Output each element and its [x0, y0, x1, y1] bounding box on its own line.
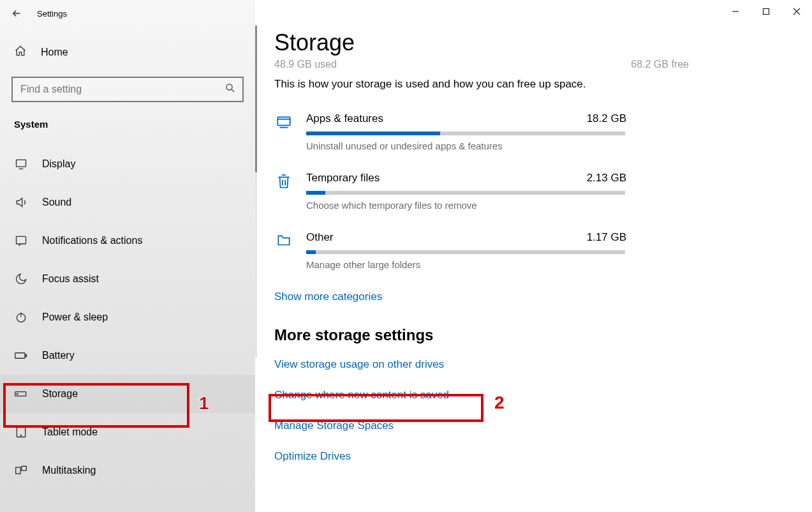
category-temp-files[interactable]: Temporary files 2.13 GB Choose which tem… — [274, 172, 626, 211]
search-wrap — [11, 77, 244, 102]
minimize-button[interactable] — [720, 0, 751, 23]
nav-item-multitasking[interactable]: Multitasking — [0, 451, 255, 490]
page-title: Storage — [274, 29, 812, 56]
search-input[interactable] — [11, 77, 244, 102]
category-apps-features[interactable]: Apps & features 18.2 GB Uninstall unused… — [274, 112, 626, 151]
sidebar: Settings Home System Display — [0, 0, 255, 512]
tablet-icon — [14, 426, 28, 439]
svg-rect-13 — [277, 117, 290, 125]
category-sub: Choose which temporary files to remove — [306, 200, 626, 211]
section-label: System — [0, 102, 255, 136]
usage-used: 48.9 GB used — [274, 59, 337, 70]
usage-bar — [306, 191, 625, 195]
maximize-button[interactable] — [751, 0, 781, 23]
multitasking-icon — [14, 464, 28, 477]
link-change-save-location[interactable]: Change where new content is saved — [274, 389, 449, 402]
category-sub: Manage other large folders — [306, 259, 626, 270]
usage-bar — [306, 250, 625, 254]
nav-list: Display Sound Notifications & actions Fo… — [0, 145, 255, 490]
link-optimize-drives[interactable]: Optimize Drives — [274, 450, 351, 463]
nav-label: Power & sleep — [42, 312, 108, 323]
nav-label: Storage — [42, 388, 78, 400]
content: Storage 48.9 GB used 68.2 GB free This i… — [255, 0, 812, 512]
category-list: Apps & features 18.2 GB Uninstall unused… — [274, 112, 626, 270]
close-button[interactable] — [781, 0, 812, 23]
apps-icon — [274, 112, 293, 151]
svg-point-0 — [226, 84, 232, 90]
page-description: This is how your storage is used and how… — [274, 78, 721, 91]
category-name: Apps & features — [306, 112, 383, 125]
trash-icon — [274, 172, 293, 211]
usage-strip: 48.9 GB used 68.2 GB free — [274, 59, 689, 70]
svg-rect-11 — [22, 466, 27, 471]
category-size: 1.17 GB — [587, 231, 626, 244]
nav-label: Sound — [42, 197, 71, 208]
home-icon — [14, 45, 27, 60]
nav-item-notifications[interactable]: Notifications & actions — [0, 222, 255, 260]
nav-home[interactable]: Home — [0, 37, 255, 68]
titlebar: Settings — [0, 0, 255, 27]
power-icon — [14, 311, 28, 324]
svg-rect-1 — [17, 160, 26, 167]
svg-rect-2 — [17, 236, 26, 244]
nav-label: Battery — [42, 350, 75, 361]
storage-icon — [14, 388, 28, 400]
folder-icon — [274, 231, 293, 270]
nav-home-label: Home — [41, 47, 68, 58]
sound-icon — [14, 196, 28, 209]
link-show-more-categories[interactable]: Show more categories — [274, 290, 382, 303]
nav-item-focus-assist[interactable]: Focus assist — [0, 260, 255, 298]
nav-item-battery[interactable]: Battery — [0, 336, 255, 375]
svg-rect-10 — [16, 467, 21, 474]
svg-point-7 — [17, 393, 18, 395]
link-manage-storage-spaces[interactable]: Manage Storage Spaces — [274, 419, 394, 432]
nav-label: Notifications & actions — [42, 235, 142, 246]
usage-bar — [306, 132, 625, 135]
usage-free: 68.2 GB free — [631, 59, 689, 70]
more-links: View storage usage on other drives Chang… — [274, 358, 812, 463]
nav-label: Focus assist — [42, 273, 99, 285]
svg-rect-4 — [15, 353, 25, 358]
window-controls — [720, 0, 812, 23]
category-size: 2.13 GB — [587, 172, 626, 184]
nav-label: Multitasking — [42, 465, 96, 476]
nav-item-sound[interactable]: Sound — [0, 183, 255, 222]
category-name: Temporary files — [306, 172, 380, 184]
nav-label: Tablet mode — [42, 426, 98, 438]
notifications-icon — [14, 234, 28, 247]
category-size: 18.2 GB — [587, 112, 626, 125]
nav-item-storage[interactable]: Storage — [0, 375, 255, 413]
nav-item-display[interactable]: Display — [0, 145, 255, 183]
svg-point-9 — [20, 435, 21, 435]
category-other[interactable]: Other 1.17 GB Manage other large folders — [274, 231, 626, 270]
nav-item-tablet-mode[interactable]: Tablet mode — [0, 413, 255, 451]
back-button[interactable] — [10, 7, 23, 20]
moon-icon — [14, 273, 28, 285]
svg-rect-12 — [764, 9, 769, 15]
link-view-other-drives[interactable]: View storage usage on other drives — [274, 358, 444, 371]
nav-label: Display — [42, 158, 75, 170]
more-settings-header: More storage settings — [274, 326, 812, 344]
category-sub: Uninstall unused or undesired apps & fea… — [306, 140, 626, 151]
window-title: Settings — [37, 9, 67, 19]
scrollbar-thumb[interactable] — [255, 26, 257, 172]
battery-icon — [14, 349, 28, 362]
search-icon — [225, 82, 236, 96]
svg-rect-5 — [26, 354, 27, 356]
category-name: Other — [306, 231, 334, 244]
display-icon — [14, 158, 28, 170]
nav-item-power-sleep[interactable]: Power & sleep — [0, 298, 255, 336]
